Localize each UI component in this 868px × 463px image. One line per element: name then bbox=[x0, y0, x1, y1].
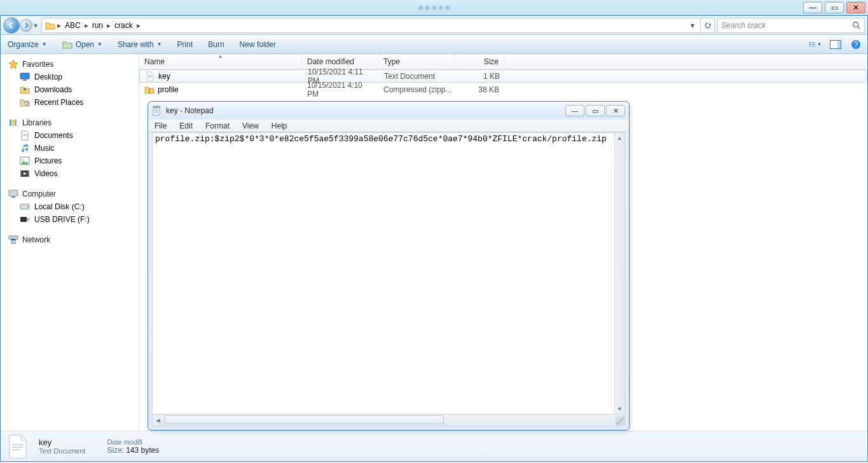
svg-rect-13 bbox=[23, 79, 27, 81]
sidebar-item-usb-drive-f[interactable]: USB DRIVE (F:) bbox=[1, 213, 139, 226]
preview-pane-icon bbox=[830, 40, 841, 49]
notepad-minimize-button[interactable]: — bbox=[565, 105, 584, 116]
column-size[interactable]: Size bbox=[455, 54, 504, 69]
notepad-close-button[interactable]: ✕ bbox=[606, 105, 625, 116]
search-input[interactable]: Search crack bbox=[717, 18, 865, 33]
folder-icon bbox=[45, 20, 56, 31]
menu-help[interactable]: Help bbox=[269, 121, 290, 131]
file-date: 10/15/2021 4:10 PM bbox=[302, 81, 378, 99]
history-dropdown[interactable]: ▾ bbox=[32, 21, 39, 30]
sidebar-item-recent-places[interactable]: Recent Places bbox=[1, 96, 139, 109]
crumb-run[interactable]: run bbox=[90, 18, 106, 32]
print-label: Print bbox=[177, 40, 193, 49]
svg-rect-40 bbox=[155, 109, 158, 110]
computer-label: Computer bbox=[22, 190, 56, 198]
nav-sidebar: Favorites Desktop Downloads Recent Place… bbox=[1, 54, 139, 431]
svg-line-1 bbox=[858, 26, 860, 29]
window-minimize-button[interactable]: — bbox=[803, 2, 822, 13]
menu-view[interactable]: View bbox=[240, 121, 261, 131]
svg-rect-45 bbox=[12, 449, 20, 450]
search-placeholder: Search crack bbox=[721, 21, 766, 30]
favorites-header[interactable]: Favorites bbox=[1, 58, 139, 71]
newfolder-label: New folder bbox=[240, 40, 276, 49]
arrow-left-icon bbox=[8, 22, 15, 29]
crumb-abc[interactable]: ABC bbox=[62, 18, 83, 32]
svg-point-0 bbox=[853, 22, 858, 27]
burn-button[interactable]: Burn bbox=[206, 38, 226, 51]
computer-icon bbox=[8, 189, 18, 199]
libraries-header[interactable]: Libraries bbox=[1, 116, 139, 129]
notepad-maximize-button[interactable]: ▭ bbox=[586, 105, 605, 116]
file-type: Compressed (zipp... bbox=[378, 85, 455, 94]
sidebar-item-documents[interactable]: Documents bbox=[1, 129, 139, 142]
print-button[interactable]: Print bbox=[176, 38, 195, 51]
share-with-button[interactable]: Share with▼ bbox=[116, 38, 164, 51]
details-size-label: Size: bbox=[107, 446, 124, 455]
sidebar-item-desktop[interactable]: Desktop bbox=[1, 71, 139, 83]
back-button[interactable] bbox=[3, 17, 20, 34]
file-type: Text Document bbox=[379, 72, 455, 81]
table-row[interactable]: profile10/15/2021 4:10 PMCompressed (zip… bbox=[139, 83, 867, 96]
txt-icon bbox=[145, 71, 155, 81]
new-folder-button[interactable]: New folder bbox=[238, 38, 278, 51]
column-date[interactable]: Date modified bbox=[302, 54, 378, 69]
sidebar-item-music[interactable]: Music bbox=[1, 142, 139, 155]
svg-rect-24 bbox=[28, 170, 29, 177]
svg-rect-19 bbox=[23, 135, 27, 136]
notepad-vscrollbar[interactable]: ▲ ▼ bbox=[614, 133, 624, 414]
sidebar-item-local-disk-c[interactable]: Local Disk (C:) bbox=[1, 200, 139, 213]
recent-locations-dropdown[interactable]: ▾ bbox=[687, 21, 698, 30]
libraries-label: Libraries bbox=[22, 118, 52, 127]
scroll-down-icon: ▼ bbox=[615, 404, 624, 414]
column-headers: Name Date modified Type Size bbox=[139, 54, 867, 69]
burn-label: Burn bbox=[208, 40, 224, 49]
preview-pane-button[interactable] bbox=[829, 38, 842, 51]
search-icon bbox=[852, 21, 861, 30]
open-icon bbox=[62, 39, 72, 50]
notepad-textarea[interactable]: profile.zip:$zip2$*0*3*0*e82ce5f5ae5f339… bbox=[153, 133, 614, 414]
table-row[interactable]: key10/15/2021 4:11 PMText Document1 KB bbox=[139, 69, 867, 83]
chevron-right-icon: ▸ bbox=[137, 21, 141, 30]
notepad-window: key - Notepad — ▭ ✕ File Edit Format Vie… bbox=[148, 101, 630, 431]
file-size: 38 KB bbox=[455, 85, 504, 94]
favorites-label: Favorites bbox=[22, 60, 53, 69]
svg-rect-6 bbox=[811, 44, 816, 45]
menu-format[interactable]: Format bbox=[203, 121, 232, 131]
notepad-hscrollbar[interactable]: ◀ ▶ bbox=[152, 415, 625, 426]
crumb-crack[interactable]: crack bbox=[112, 18, 135, 32]
window-close-button[interactable]: ✕ bbox=[846, 2, 865, 13]
organize-button[interactable]: Organize▼ bbox=[6, 38, 49, 51]
help-button[interactable]: ? bbox=[850, 38, 862, 51]
notepad-titlebar[interactable]: key - Notepad — ▭ ✕ bbox=[148, 102, 629, 120]
svg-rect-15 bbox=[10, 120, 11, 126]
window-maximize-button[interactable]: ▭ bbox=[825, 2, 844, 13]
menu-edit[interactable]: Edit bbox=[177, 121, 195, 131]
desktop-titlebar: ■ ■ ■ ■ ■ — ▭ ✕ bbox=[0, 0, 868, 15]
svg-rect-37 bbox=[149, 88, 150, 93]
svg-rect-7 bbox=[811, 46, 816, 46]
refresh-icon bbox=[703, 21, 712, 30]
chevron-right-icon: ▸ bbox=[107, 21, 111, 30]
chevron-down-icon: ▼ bbox=[97, 41, 102, 47]
disk-icon bbox=[20, 202, 30, 212]
breadcrumb[interactable]: ▸ ABC ▸ run ▸ crack ▸ ▾ bbox=[41, 18, 715, 33]
sidebar-item-pictures[interactable]: Pictures bbox=[1, 155, 139, 167]
chevron-down-icon: ▼ bbox=[817, 42, 822, 46]
open-button[interactable]: Open▼ bbox=[60, 38, 104, 52]
svg-rect-16 bbox=[12, 120, 14, 126]
sidebar-item-downloads[interactable]: Downloads bbox=[1, 83, 139, 96]
computer-header[interactable]: Computer bbox=[1, 188, 139, 200]
sidebar-item-videos[interactable]: Videos bbox=[1, 167, 139, 180]
chevron-right-icon: ▸ bbox=[85, 21, 88, 30]
network-header[interactable]: Network bbox=[1, 233, 139, 246]
resize-grip-icon[interactable] bbox=[616, 416, 624, 425]
menu-file[interactable]: File bbox=[152, 121, 169, 131]
hscroll-thumb[interactable] bbox=[164, 415, 444, 424]
view-options-button[interactable]: ▼ bbox=[809, 38, 822, 51]
column-type[interactable]: Type bbox=[378, 54, 455, 69]
forward-button[interactable] bbox=[20, 19, 32, 32]
details-name: key bbox=[39, 438, 85, 447]
svg-rect-17 bbox=[15, 120, 17, 126]
refresh-button[interactable] bbox=[700, 18, 714, 33]
column-name[interactable]: Name bbox=[139, 54, 302, 69]
